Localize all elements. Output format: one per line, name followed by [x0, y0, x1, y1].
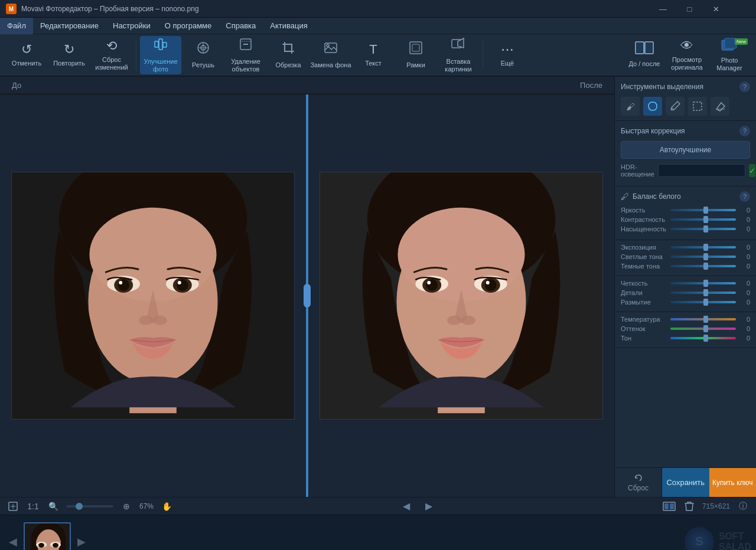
exposure-value: 0 — [738, 244, 750, 251]
compare-divider[interactable] — [306, 94, 308, 497]
before-after-button[interactable]: До / после — [624, 36, 665, 74]
exposure-label: Экспозиция — [621, 244, 668, 251]
watermark-text: SOFTSALAD — [719, 531, 751, 551]
lasso-tool-button[interactable] — [643, 97, 662, 116]
highlights-slider[interactable] — [670, 256, 736, 258]
app-icon: M — [6, 4, 17, 14]
shadows-value: 0 — [738, 263, 750, 270]
tone-slider[interactable] — [670, 328, 736, 330]
filmstrip-thumbnail-1[interactable] — [24, 522, 71, 550]
saturation-slider[interactable] — [670, 228, 736, 230]
hue-value: 0 — [738, 335, 750, 342]
reset-changes-button[interactable]: Сброс — [615, 468, 662, 497]
shadows-slider[interactable] — [670, 265, 736, 267]
insert-icon — [451, 37, 466, 55]
reset-label: Сброс — [628, 484, 649, 492]
selection-help-button[interactable]: ? — [739, 81, 750, 92]
hdr-input[interactable] — [658, 164, 745, 177]
enhance-label: Улучшение фото — [140, 58, 181, 73]
prev-frame-button[interactable]: ◀ — [398, 499, 415, 513]
text-button[interactable]: T Текст — [353, 36, 394, 74]
crop-button[interactable]: Обрезка — [268, 36, 309, 74]
delete-icon — [685, 501, 694, 512]
view-toggle-button[interactable] — [662, 499, 676, 513]
zoom-slider[interactable] — [66, 505, 113, 508]
highlights-label: Светлые тона — [621, 253, 668, 260]
menu-help[interactable]: Справка — [219, 18, 263, 34]
zoom-actual-button[interactable]: 1:1 — [26, 499, 40, 513]
zoom-out-button[interactable]: 🔍 — [46, 499, 60, 513]
crop-icon — [281, 40, 296, 59]
pan-icon: ✋ — [162, 502, 172, 511]
redo-icon: ↻ — [64, 42, 74, 57]
svg-rect-4 — [163, 42, 167, 47]
save-button[interactable]: Сохранить — [662, 468, 709, 497]
info-button[interactable]: ⓘ — [736, 499, 750, 513]
brightness-slider[interactable] — [670, 209, 736, 211]
pan-tool-button[interactable]: ✋ — [159, 499, 174, 513]
brush-tool-button[interactable]: 🖌 — [621, 97, 640, 116]
white-balance-help-button[interactable]: ? — [739, 191, 750, 202]
eraser-tool-button[interactable] — [711, 97, 729, 116]
close-button[interactable]: ✕ — [703, 0, 729, 18]
view-toggle-icon — [663, 502, 676, 511]
next-frame-button[interactable]: ▶ — [421, 499, 437, 513]
menu-about[interactable]: О программе — [158, 18, 219, 34]
before-after-label: До / после — [629, 60, 660, 68]
maximize-button[interactable]: □ — [676, 0, 703, 18]
details-slider[interactable] — [670, 292, 736, 294]
details-row: Детали 0 — [621, 289, 750, 296]
white-balance-section: 🖋 Баланс белого ? Яркость 0 Контрастност… — [615, 186, 756, 240]
auto-enhance-button[interactable]: Автоулучшение — [621, 141, 750, 159]
view-original-button[interactable]: 👁 Просмотр оригинала — [666, 36, 708, 74]
undo-button[interactable]: ↺ Отменить — [6, 36, 47, 74]
rect-select-tool-button[interactable] — [688, 97, 707, 116]
filmstrip-next-button[interactable]: ▶ — [73, 524, 90, 551]
crop-label: Обрезка — [275, 61, 301, 69]
exposure-slider[interactable] — [670, 246, 736, 248]
frames-button[interactable]: Рамки — [395, 36, 436, 74]
reset-label: Сброс изменений — [91, 56, 132, 71]
zoom-thumb — [76, 503, 83, 510]
temperature-label: Температура — [621, 316, 668, 323]
svg-rect-3 — [159, 39, 162, 50]
contrast-slider[interactable] — [670, 218, 736, 221]
quick-correction-help-button[interactable]: ? — [739, 126, 750, 136]
photo-manager-button[interactable]: New Photo Manager — [709, 36, 750, 74]
undo-icon: ↺ — [21, 42, 32, 57]
menu-edit[interactable]: Редактирование — [33, 18, 106, 34]
minimize-button[interactable]: — — [650, 0, 676, 18]
hue-slider[interactable] — [670, 337, 736, 339]
quick-correction-title: Быстрая коррекция — [621, 127, 685, 135]
filmstrip-prev-button[interactable]: ◀ — [5, 524, 21, 551]
temperature-slider[interactable] — [670, 318, 736, 320]
enhance-button[interactable]: Улучшение фото — [140, 36, 181, 74]
white-balance-title: Баланс белого — [633, 192, 681, 201]
text-icon: T — [369, 42, 377, 57]
delete-button[interactable] — [682, 499, 696, 513]
fit-screen-button[interactable] — [6, 499, 20, 513]
hdr-confirm-button[interactable]: ✓ — [749, 164, 755, 177]
sharpness-section: Четкость 0 Детали 0 Размытие 0 — [615, 276, 756, 312]
contrast-label: Контрастность — [621, 216, 668, 223]
retouch-button[interactable]: Ретушь — [183, 36, 224, 74]
brightness-value: 0 — [738, 207, 750, 214]
svg-point-31 — [119, 281, 122, 284]
menu-file[interactable]: Файл — [0, 18, 33, 34]
hdr-label: HDR-освещение — [621, 163, 654, 178]
replace-bg-button[interactable]: Замена фона — [310, 36, 351, 74]
eyedropper-tool-button[interactable] — [666, 97, 685, 116]
undo-label: Отменить — [12, 60, 41, 67]
remove-objects-button[interactable]: Удаление объектов — [225, 36, 266, 74]
menu-settings[interactable]: Настройки — [106, 18, 158, 34]
saturation-row: Насыщенность 0 — [621, 225, 750, 233]
sharpness-slider[interactable] — [670, 282, 736, 284]
insert-image-button[interactable]: Вставка картинки — [438, 36, 479, 74]
more-button[interactable]: ⋯ Ещё — [487, 36, 528, 74]
menu-activate[interactable]: Активация — [263, 18, 314, 34]
zoom-in-button[interactable]: ⊕ — [119, 499, 133, 513]
redo-button[interactable]: ↻ Повторить — [48, 36, 90, 74]
buy-button[interactable]: Купить ключ — [709, 468, 757, 497]
reset-button[interactable]: ⟲ Сброс изменений — [91, 36, 132, 74]
blur-slider[interactable] — [670, 301, 736, 303]
